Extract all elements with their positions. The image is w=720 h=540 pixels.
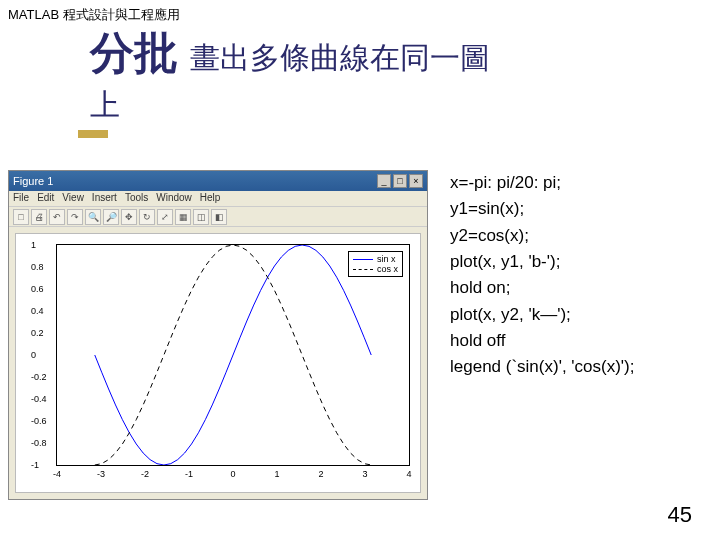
window-title: Figure 1: [13, 175, 53, 187]
x-tick: 3: [362, 469, 367, 479]
code-line-0: x=-pi: pi/20: pi;: [450, 170, 635, 196]
axes: sin x cos x -4-3-2-101234-1-0.8-0.6-0.4-…: [56, 244, 410, 466]
x-tick: 2: [318, 469, 323, 479]
x-tick: 4: [406, 469, 411, 479]
y-tick: -1: [31, 460, 39, 470]
legend-label-sin: sin x: [377, 254, 396, 264]
x-tick: -1: [185, 469, 193, 479]
tool-icon-7[interactable]: ↻: [139, 209, 155, 225]
code-line-2: y2=cos(x);: [450, 223, 635, 249]
tool-icon-11[interactable]: ◧: [211, 209, 227, 225]
menu-tools[interactable]: Tools: [125, 192, 148, 205]
x-tick: -3: [97, 469, 105, 479]
title-sub: 畫出多條曲線在同一圖: [190, 41, 490, 74]
page-number: 45: [668, 502, 692, 528]
y-tick: 0.8: [31, 262, 44, 272]
x-tick: 1: [274, 469, 279, 479]
y-tick: -0.8: [31, 438, 47, 448]
y-tick: -0.4: [31, 394, 47, 404]
tool-icon-6[interactable]: ✥: [121, 209, 137, 225]
legend-line-dashed-icon: [353, 269, 373, 270]
tool-icon-3[interactable]: ↷: [67, 209, 83, 225]
window-titlebar: Figure 1 _ □ ×: [9, 171, 427, 191]
menubar: FileEditViewInsertToolsWindowHelp: [9, 191, 427, 207]
code-line-6: hold off: [450, 328, 635, 354]
toolbar: □🖨↶↷🔍🔎✥↻⤢▦◫◧: [9, 207, 427, 227]
tool-icon-10[interactable]: ◫: [193, 209, 209, 225]
page-header: MATLAB 程式設計與工程應用: [8, 6, 180, 24]
x-tick: -4: [53, 469, 61, 479]
close-icon[interactable]: ×: [409, 174, 423, 188]
code-line-3: plot(x, y1, 'b-');: [450, 249, 635, 275]
y-tick: -0.6: [31, 416, 47, 426]
tool-icon-8[interactable]: ⤢: [157, 209, 173, 225]
y-tick: -0.2: [31, 372, 47, 382]
x-tick: 0: [230, 469, 235, 479]
title-sub2: 上: [90, 85, 650, 126]
code-line-1: y1=sin(x);: [450, 196, 635, 222]
curve-sin-x: [95, 245, 371, 465]
menu-file[interactable]: File: [13, 192, 29, 205]
matlab-figure-window: Figure 1 _ □ × FileEditViewInsertToolsWi…: [8, 170, 428, 500]
legend-line-solid-icon: [353, 259, 373, 260]
plot-area: sin x cos x -4-3-2-101234-1-0.8-0.6-0.4-…: [15, 233, 421, 493]
tool-icon-2[interactable]: ↶: [49, 209, 65, 225]
code-block: x=-pi: pi/20: pi;y1=sin(x);y2=cos(x);plo…: [450, 170, 635, 381]
code-line-5: plot(x, y2, 'k—');: [450, 302, 635, 328]
y-tick: 1: [31, 240, 36, 250]
legend-entry-sin: sin x: [353, 254, 398, 264]
menu-edit[interactable]: Edit: [37, 192, 54, 205]
tool-icon-5[interactable]: 🔎: [103, 209, 119, 225]
window-controls: _ □ ×: [377, 174, 423, 188]
y-tick: 0: [31, 350, 36, 360]
menu-window[interactable]: Window: [156, 192, 192, 205]
tool-icon-0[interactable]: □: [13, 209, 29, 225]
menu-help[interactable]: Help: [200, 192, 221, 205]
maximize-icon[interactable]: □: [393, 174, 407, 188]
legend: sin x cos x: [348, 251, 403, 277]
minimize-icon[interactable]: _: [377, 174, 391, 188]
y-tick: 0.4: [31, 306, 44, 316]
y-tick: 0.6: [31, 284, 44, 294]
menu-insert[interactable]: Insert: [92, 192, 117, 205]
slide-title: 分批 畫出多條曲線在同一圖 上: [90, 24, 650, 126]
y-tick: 0.2: [31, 328, 44, 338]
legend-label-cos: cos x: [377, 264, 398, 274]
x-tick: -2: [141, 469, 149, 479]
menu-view[interactable]: View: [62, 192, 84, 205]
legend-entry-cos: cos x: [353, 264, 398, 274]
tool-icon-4[interactable]: 🔍: [85, 209, 101, 225]
plot-curves: [57, 245, 409, 465]
accent-bar: [78, 130, 108, 138]
tool-icon-9[interactable]: ▦: [175, 209, 191, 225]
code-line-7: legend (`sin(x)', 'cos(x)');: [450, 354, 635, 380]
title-main: 分批: [90, 28, 178, 77]
code-line-4: hold on;: [450, 275, 635, 301]
tool-icon-1[interactable]: 🖨: [31, 209, 47, 225]
